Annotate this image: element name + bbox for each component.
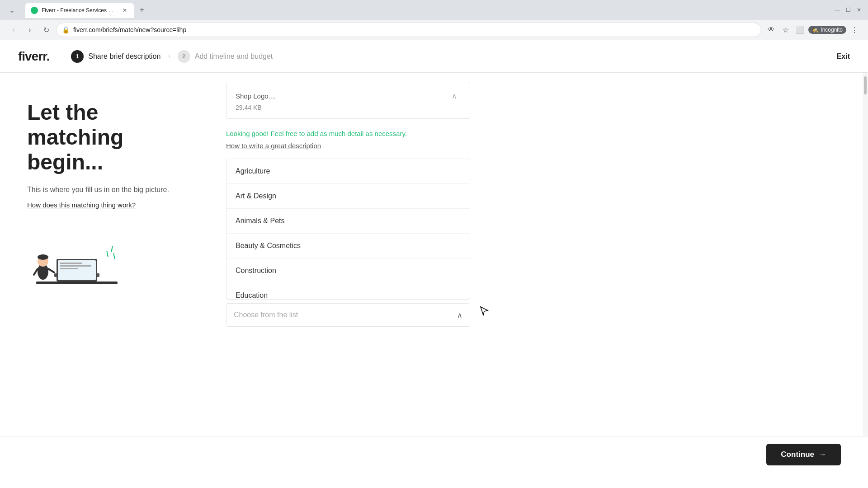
svg-rect-6 [60,268,78,269]
choose-placeholder-text: Choose from the list [234,311,457,319]
tab-favicon [31,7,38,14]
file-name: Shop Logo.... [236,92,276,100]
active-tab[interactable]: Fiverr - Freelance Services Mar... ✕ [25,3,134,18]
logo-text: fiverr. [18,49,49,63]
step-1-number: 1 [76,53,79,60]
svg-rect-0 [36,282,118,284]
browser-controls: ⌄ [5,4,18,16]
toolbar-actions: 👁 ☆ ⬜ 🕵 Incognito ⋮ [765,23,861,36]
fiverr-logo: fiverr. [18,49,49,64]
browser-toolbar: ‹ › ↻ 🔒 fiverr.com/briefs/match/new?sour… [0,20,868,40]
hero-subtitle: This is where you fill us in on the big … [27,186,181,194]
file-card: Shop Logo.... ∧ 29.44 KB [226,82,470,119]
step-1: 1 Share brief description [71,50,160,63]
scrollbar-thumb[interactable] [864,76,867,94]
list-item-education[interactable]: Education [226,283,470,299]
step-2: 2 Add timeline and budget [178,50,273,63]
main-layout: Let the matching begin... This is where … [0,73,868,472]
svg-point-9 [38,254,48,260]
reload-button[interactable]: ↻ [40,23,52,36]
close-window-button[interactable]: ✕ [855,6,863,14]
tab-bar: Fiverr - Freelance Services Mar... ✕ + [22,2,148,18]
left-panel: Let the matching begin... This is where … [0,73,208,472]
tab-title: Fiverr - Freelance Services Mar... [42,7,118,14]
step-1-circle: 1 [71,50,84,63]
step-2-label: Add timeline and budget [195,52,273,61]
menu-button[interactable]: ⋮ [848,23,861,36]
list-item-animals-pets[interactable]: Animals & Pets [226,209,470,234]
continue-label: Continue [781,450,814,459]
back-button[interactable]: ‹ [7,23,20,36]
maximize-button[interactable]: ☐ [844,6,852,14]
choose-from-list-input[interactable]: Choose from the list ∧ [226,303,470,327]
continue-button[interactable]: Continue → [766,444,841,465]
minimize-button[interactable]: — [834,6,841,14]
looking-good-text: Looking good! Feel free to add as much d… [226,130,841,137]
browser-chrome: ⌄ Fiverr - Freelance Services Mar... ✕ +… [0,0,868,40]
list-item-art-design[interactable]: Art & Design [226,184,470,209]
step-2-number: 2 [182,53,185,60]
illustration: \ / \ [27,236,127,300]
exit-button[interactable]: Exit [837,52,850,61]
svg-rect-4 [60,263,82,264]
continue-arrow: → [819,450,826,459]
step-arrow: › [168,52,170,61]
svg-text:\: \ [113,252,115,261]
new-tab-button[interactable]: + [136,4,148,16]
file-card-row: Shop Logo.... ∧ [236,89,461,102]
sidebar-button[interactable]: ⬜ [794,23,807,36]
file-size: 29.44 KB [236,104,461,111]
eye-icon-button[interactable]: 👁 [765,23,778,36]
file-collapse-button[interactable]: ∧ [448,89,461,102]
tab-switcher-button[interactable]: ⌄ [5,4,18,16]
svg-text:\: \ [106,249,108,258]
svg-line-10 [48,269,54,272]
right-scrollbar[interactable] [863,73,868,472]
right-panel: Shop Logo.... ∧ 29.44 KB Looking good! F… [208,73,868,472]
bookmark-button[interactable]: ☆ [779,23,792,36]
forward-button[interactable]: › [24,23,36,36]
incognito-label: Incognito [821,27,843,33]
chevron-up-icon: ∧ [457,311,462,319]
list-item-agriculture[interactable]: Agriculture [226,159,470,184]
how-to-write-link[interactable]: How to write a great description [226,142,841,150]
browser-titlebar: ⌄ Fiverr - Freelance Services Mar... ✕ +… [0,0,868,20]
tab-close-button[interactable]: ✕ [121,7,128,14]
step-2-circle: 2 [178,50,190,63]
svg-line-11 [34,269,38,275]
incognito-badge[interactable]: 🕵 Incognito [808,26,846,34]
list-item-beauty-cosmetics[interactable]: Beauty & Cosmetics [226,234,470,258]
dropdown-container: Agriculture Art & Design Animals & Pets … [226,159,470,300]
url-text: fiverr.com/briefs/match/new?source=lihp [73,26,755,33]
step-1-label: Share brief description [88,52,160,61]
lock-icon: 🔒 [62,26,70,33]
top-nav: fiverr. 1 Share brief description › 2 Ad… [0,40,868,73]
incognito-icon: 🕵 [812,27,819,33]
hero-title: Let the matching begin... [27,100,181,175]
address-bar[interactable]: 🔒 fiverr.com/briefs/match/new?source=lih… [56,23,761,37]
dropdown-list[interactable]: Agriculture Art & Design Animals & Pets … [226,159,470,299]
page-content: fiverr. 1 Share brief description › 2 Ad… [0,40,868,472]
svg-rect-5 [60,265,91,267]
steps-nav: 1 Share brief description › 2 Add timeli… [71,50,273,63]
how-does-it-work-link[interactable]: How does this matching thing work? [27,201,136,209]
person-laptop-svg: \ / \ [27,236,127,300]
page-footer: Continue → [0,436,868,472]
list-item-construction[interactable]: Construction [226,258,470,283]
